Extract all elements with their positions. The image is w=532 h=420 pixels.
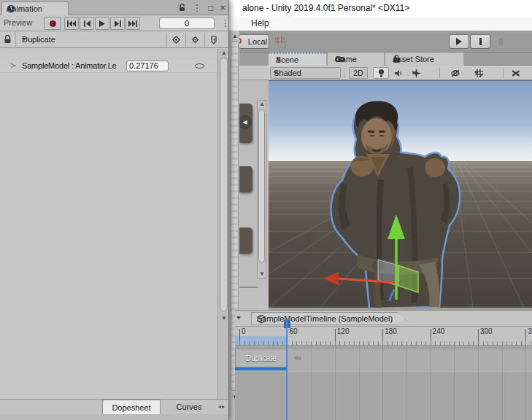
scene-lighting-toggle[interactable] [373, 67, 389, 79]
last-key-button[interactable] [126, 17, 140, 30]
timeline-ruler[interactable]: 060120180240300360 [235, 327, 532, 346]
animation-property-row[interactable]: ≻SampleModel : Animator.Le0.27176 [0, 60, 217, 73]
filter-curves-button[interactable] [166, 33, 185, 47]
clip-selection-underline [235, 368, 287, 370]
scene-effects-dropdown[interactable] [408, 67, 436, 79]
maximize-icon[interactable]: □ [208, 3, 213, 13]
window-menu-icon[interactable]: ⋮ [193, 3, 201, 13]
scene-tab-well: ⋮ # Scene Game Asset Store [229, 52, 532, 66]
lock-icon [4, 35, 12, 44]
scroll-right-icon[interactable]: ▸ [222, 404, 225, 410]
timeline-gridline [335, 346, 336, 420]
record-button[interactable] [44, 17, 61, 30]
clip-dropdown[interactable]: Duplicate [18, 33, 165, 46]
scroll-up-icon[interactable]: ▲ [232, 34, 238, 39]
y-axis-arrowhead [388, 214, 405, 239]
speaker-icon [394, 69, 403, 77]
tab-asset-store[interactable]: Asset Store [385, 52, 464, 66]
scene-visibility-button[interactable]: 0 [442, 67, 469, 79]
animated-properties-list: ≻SampleModel : Animator.Ch-0.0543≻Sample… [0, 60, 217, 400]
grid-snap-button[interactable] [271, 34, 290, 49]
chevron-down-icon [274, 71, 278, 74]
collapse-button[interactable]: ◀ [238, 115, 252, 129]
preview-toggle[interactable]: Preview [4, 18, 32, 27]
previous-key-button[interactable] [80, 17, 94, 30]
tab-scene[interactable]: # Scene [269, 52, 327, 66]
clip-mode-dropdown-icon[interactable] [236, 316, 241, 319]
scene-viewport[interactable] [269, 80, 532, 308]
infinity-icon: ∞ [294, 351, 301, 363]
link-lock-button[interactable] [0, 31, 16, 47]
animation-controls-row: Preview 0 ⋮ [0, 15, 228, 31]
draw-mode-dropdown[interactable]: Shaded [270, 67, 341, 79]
ruler-highlight-band [235, 336, 287, 346]
add-keyframe-button[interactable]: + [185, 33, 204, 47]
keyframe-oval-icon [195, 63, 204, 69]
preview-thumbnail[interactable] [237, 228, 252, 254]
grid-settings-dropdown[interactable] [471, 67, 500, 79]
scroll-up-icon[interactable]: ▲ [221, 50, 227, 56]
pause-button[interactable] [470, 34, 490, 49]
scrollbar[interactable]: ▲ ▼ [257, 100, 266, 279]
dopesheet-label: Dopesheet [112, 403, 150, 412]
z-axis-arrow[interactable] [389, 289, 394, 301]
scrollbar-thumb[interactable] [220, 58, 228, 311]
tab-curves[interactable]: Curves [162, 400, 216, 414]
wrench-icon [511, 69, 521, 78]
play-icon [456, 38, 462, 45]
timeline-gridline [382, 346, 383, 420]
play-button[interactable] [449, 34, 469, 49]
scroll-down-icon[interactable]: ▼ [259, 271, 265, 277]
tab-dopesheet[interactable]: Dopesheet [102, 400, 161, 414]
controls-menu-icon[interactable]: ⋮ [221, 18, 230, 28]
tab-animation-label: Animation [7, 4, 42, 13]
scroll-left-icon[interactable]: ◂ [218, 404, 221, 410]
preview-thumbnail[interactable] [237, 166, 252, 192]
chevron-down-icon [474, 71, 479, 74]
first-key-button[interactable] [64, 17, 79, 30]
timeline-header: SampleModelTimeline (SampleModel) [235, 311, 532, 327]
timeline-gridline [359, 346, 360, 420]
tab-scene-label: Scene [276, 55, 298, 64]
timeline-track-area[interactable]: Duplicate ∞ [235, 346, 532, 420]
scrollbar-thumb[interactable] [258, 109, 265, 262]
timeline-breadcrumb[interactable]: SampleModelTimeline (SampleModel) [251, 312, 405, 325]
window-title: alone - Unity 2019.4.0f1 Personal* <DX11… [242, 3, 409, 13]
play-animation-button[interactable] [95, 17, 109, 30]
playhead-line[interactable] [286, 320, 288, 420]
transform-gizmo[interactable] [269, 81, 532, 308]
ruler-label: 180 [385, 327, 397, 335]
timeline-gridline [502, 346, 503, 420]
frame-value: 0 [185, 19, 189, 28]
scene-audio-toggle[interactable] [390, 67, 406, 79]
tab-animation[interactable]: Animation [1, 1, 69, 15]
scroll-up-icon[interactable]: ▲ [259, 101, 265, 107]
property-label: SampleModel : Animator.Le [22, 61, 126, 70]
frame-number-field[interactable]: 0 [159, 18, 215, 29]
chevron-down-icon [22, 38, 26, 41]
add-event-button[interactable]: + [204, 33, 223, 47]
ruler-label: 60 [289, 327, 297, 335]
unlock-icon[interactable] [179, 4, 186, 12]
step-button[interactable] [491, 34, 512, 49]
ruler-label: 0 [242, 327, 246, 335]
tab-game[interactable]: Game [328, 52, 385, 66]
plane-handle-green[interactable] [398, 265, 418, 292]
timeline-clip[interactable]: Duplicate [235, 349, 287, 368]
animation-scrollbar[interactable]: ▲ ▼ [217, 49, 228, 400]
2d-toggle[interactable]: 2D [349, 67, 368, 79]
property-value-field[interactable]: 0.27176 [126, 61, 169, 71]
curves-label: Curves [177, 402, 202, 411]
lightbulb-icon [378, 69, 385, 78]
component-tools-button[interactable] [506, 67, 525, 79]
next-key-button[interactable] [110, 17, 125, 30]
clip-label: Duplicate [246, 354, 277, 362]
close-icon[interactable]: × [220, 2, 225, 13]
local-global-toggle[interactable]: Local [239, 34, 269, 49]
animation-bottom-bar: Dopesheet Curves ◂ ▸ [0, 399, 228, 414]
menu-help[interactable]: Help [248, 18, 272, 28]
diamond-target-icon [171, 35, 181, 44]
scroll-down-icon[interactable]: ▼ [221, 316, 227, 322]
2d-label: 2D [353, 69, 363, 77]
timeline-gridline [406, 346, 407, 420]
